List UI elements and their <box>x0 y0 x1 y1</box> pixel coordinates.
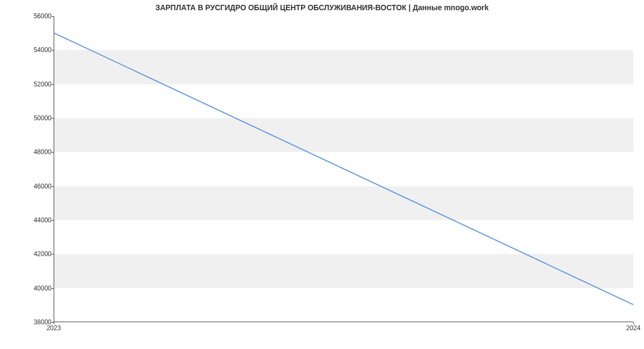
svg-line-0 <box>54 33 633 305</box>
chart-title: ЗАРПЛАТА В РУСГИДРО ОБЩИЙ ЦЕНТР ОБСЛУЖИВ… <box>0 3 644 12</box>
y-tick-label: 42000 <box>19 250 52 258</box>
plot-area <box>54 16 633 322</box>
x-tick-label: 2024 <box>626 324 641 332</box>
y-tick-label: 54000 <box>19 46 52 54</box>
y-tick-label: 50000 <box>19 114 52 122</box>
y-tick-label: 48000 <box>19 148 52 156</box>
x-tick-label: 2023 <box>47 324 61 332</box>
y-tick-label: 44000 <box>19 216 52 224</box>
y-tick-label: 52000 <box>19 81 52 88</box>
y-tick-label: 56000 <box>19 12 52 20</box>
y-tick-label: 46000 <box>19 183 52 190</box>
line-series <box>54 16 633 322</box>
x-tick-mark <box>633 322 634 324</box>
x-tick-mark <box>54 322 54 324</box>
y-tick-label: 40000 <box>19 285 52 292</box>
chart-container: ЗАРПЛАТА В РУСГИДРО ОБЩИЙ ЦЕНТР ОБСЛУЖИВ… <box>0 0 644 349</box>
